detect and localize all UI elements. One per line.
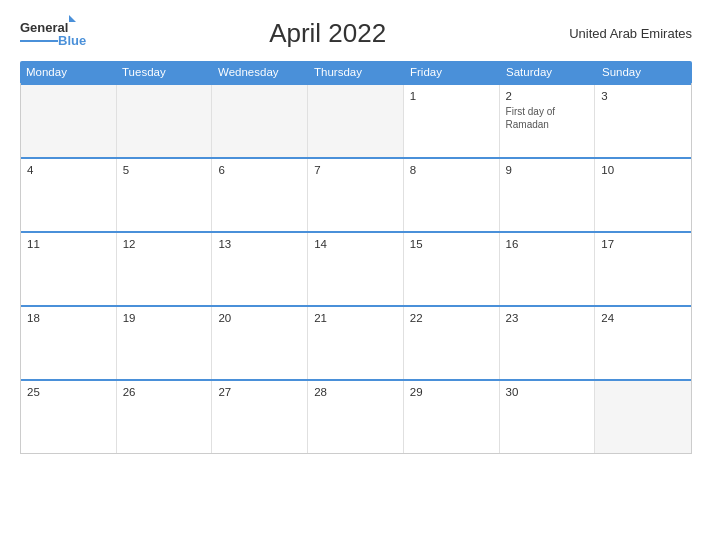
calendar-cell [21,85,117,157]
cell-event: First day of Ramadan [506,105,589,131]
logo-triangle-icon [69,15,76,22]
calendar-cell: 29 [404,381,500,453]
calendar-cell: 26 [117,381,213,453]
cell-date: 27 [218,386,301,398]
cell-date: 18 [27,312,110,324]
header: General Blue April 2022 United Arab Emir… [20,18,692,49]
calendar-cell: 3 [595,85,691,157]
calendar-cell: 23 [500,307,596,379]
calendar-week-3: 11121314151617 [21,231,691,305]
cell-date: 9 [506,164,589,176]
calendar-cell [595,381,691,453]
calendar-cell [308,85,404,157]
calendar-cell: 21 [308,307,404,379]
logo-blue-text: Blue [58,34,86,47]
cell-date: 26 [123,386,206,398]
day-header-friday: Friday [404,61,500,83]
cell-date: 6 [218,164,301,176]
calendar-grid: 12First day of Ramadan345678910111213141… [20,83,692,454]
calendar-cell: 19 [117,307,213,379]
logo-line [20,40,58,42]
region-label: United Arab Emirates [569,26,692,41]
cell-date: 1 [410,90,493,102]
calendar-cell: 12 [117,233,213,305]
calendar-cell: 18 [21,307,117,379]
calendar-cell: 6 [212,159,308,231]
calendar-cell: 9 [500,159,596,231]
cell-date: 4 [27,164,110,176]
calendar-cell: 7 [308,159,404,231]
calendar-cell: 13 [212,233,308,305]
cell-date: 22 [410,312,493,324]
day-header-tuesday: Tuesday [116,61,212,83]
calendar-cell: 28 [308,381,404,453]
day-header-monday: Monday [20,61,116,83]
cell-date: 3 [601,90,685,102]
calendar-cell: 16 [500,233,596,305]
calendar-cell: 1 [404,85,500,157]
cell-date: 13 [218,238,301,250]
calendar-cell: 8 [404,159,500,231]
calendar-cell: 24 [595,307,691,379]
day-header-wednesday: Wednesday [212,61,308,83]
calendar-cell: 5 [117,159,213,231]
calendar-cell: 11 [21,233,117,305]
cell-date: 5 [123,164,206,176]
logo-general-text: General [20,21,68,34]
cell-date: 28 [314,386,397,398]
calendar-week-4: 18192021222324 [21,305,691,379]
calendar-cell [212,85,308,157]
cell-date: 23 [506,312,589,324]
day-header-sunday: Sunday [596,61,692,83]
calendar-cell: 17 [595,233,691,305]
calendar-container: General Blue April 2022 United Arab Emir… [0,0,712,550]
calendar-cell: 4 [21,159,117,231]
calendar-week-1: 12First day of Ramadan3 [21,83,691,157]
calendar-cell: 10 [595,159,691,231]
cell-date: 17 [601,238,685,250]
cell-date: 24 [601,312,685,324]
cell-date: 15 [410,238,493,250]
calendar-cell: 27 [212,381,308,453]
cell-date: 7 [314,164,397,176]
cell-date: 10 [601,164,685,176]
cell-date: 20 [218,312,301,324]
calendar-week-2: 45678910 [21,157,691,231]
cell-date: 30 [506,386,589,398]
logo: General Blue [20,21,86,47]
day-headers: MondayTuesdayWednesdayThursdayFridaySatu… [20,61,692,83]
calendar-cell [117,85,213,157]
cell-date: 8 [410,164,493,176]
calendar-cell: 25 [21,381,117,453]
calendar-week-5: 252627282930 [21,379,691,453]
cell-date: 12 [123,238,206,250]
cell-date: 2 [506,90,589,102]
cell-date: 16 [506,238,589,250]
day-header-saturday: Saturday [500,61,596,83]
calendar-cell: 2First day of Ramadan [500,85,596,157]
cell-date: 14 [314,238,397,250]
calendar-cell: 30 [500,381,596,453]
cell-date: 11 [27,238,110,250]
month-title: April 2022 [86,18,569,49]
cell-date: 21 [314,312,397,324]
cell-date: 25 [27,386,110,398]
calendar-cell: 15 [404,233,500,305]
day-header-thursday: Thursday [308,61,404,83]
calendar-cell: 22 [404,307,500,379]
calendar-cell: 20 [212,307,308,379]
calendar-cell: 14 [308,233,404,305]
cell-date: 19 [123,312,206,324]
cell-date: 29 [410,386,493,398]
